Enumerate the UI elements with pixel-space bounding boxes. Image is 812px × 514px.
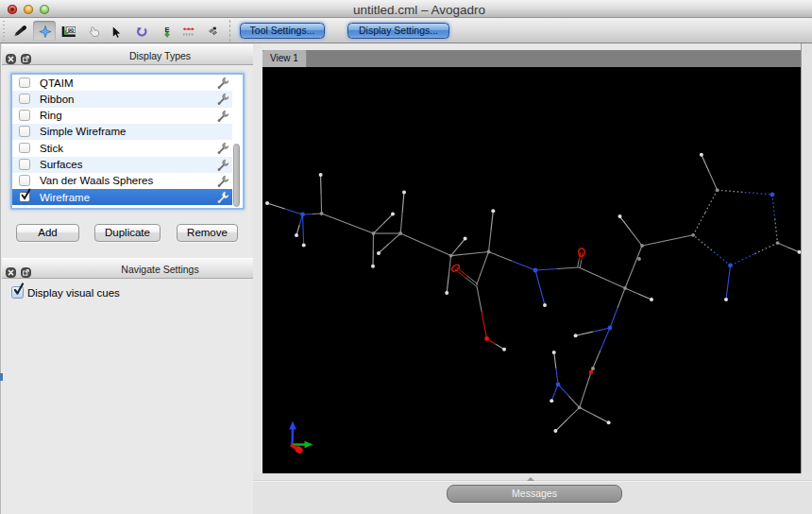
svg-text:90: 90 [67, 26, 73, 32]
